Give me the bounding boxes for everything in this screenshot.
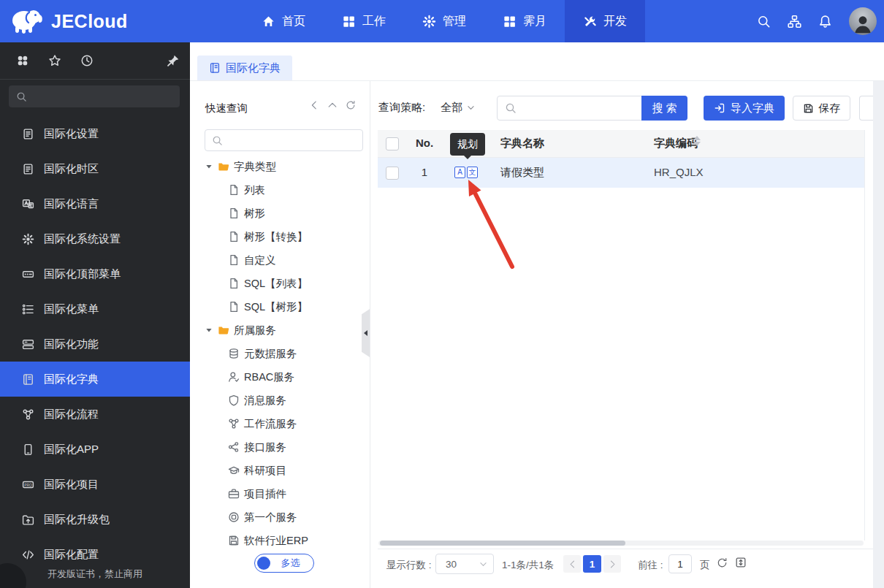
panel-divider bbox=[370, 80, 370, 588]
brand[interactable]: JECloud bbox=[9, 0, 128, 42]
sidebar-item[interactable]: 国际化升级包 bbox=[0, 502, 190, 537]
search-icon[interactable] bbox=[757, 15, 771, 28]
sidebar-search-input[interactable] bbox=[33, 91, 167, 103]
page-number-button[interactable]: 1 bbox=[583, 555, 601, 573]
tree-item[interactable]: SQL【树形】 bbox=[205, 295, 365, 318]
sidebar-item[interactable]: 国际化菜单 bbox=[0, 291, 190, 327]
sidebar-toolbar bbox=[0, 42, 190, 80]
nav-item[interactable]: 开发 bbox=[565, 0, 645, 42]
tab-strip: 国际化字典 bbox=[190, 42, 884, 81]
target-icon bbox=[228, 511, 240, 523]
tree-item[interactable]: 树形【转换】 bbox=[205, 225, 365, 248]
bell-icon[interactable] bbox=[818, 15, 832, 28]
refresh-icon[interactable] bbox=[346, 100, 356, 110]
sidebar-item[interactable]: 国际化APP bbox=[0, 432, 190, 467]
feature-cards-icon bbox=[22, 338, 34, 351]
sidebar-item[interactable]: 国际化配置 bbox=[0, 537, 190, 572]
sidebar-item-label: 国际化系统设置 bbox=[44, 232, 121, 246]
tree-item[interactable]: 消息服务 bbox=[205, 389, 365, 412]
dev-license-note: 开发版证书，禁止商用 bbox=[0, 568, 190, 581]
sidebar-item-label: 国际化字典 bbox=[44, 373, 99, 386]
sidebar-item[interactable]: 国际化字典 bbox=[0, 362, 190, 397]
sidebar-item[interactable]: 国际化时区 bbox=[0, 151, 190, 186]
tree-item[interactable]: 树形 bbox=[205, 202, 365, 225]
goto-page-input[interactable] bbox=[668, 554, 692, 573]
sidebar-item-label: 国际化设置 bbox=[44, 127, 99, 141]
tree-item[interactable]: SQL【列表】 bbox=[205, 272, 365, 295]
nav-item[interactable]: 首页 bbox=[243, 0, 324, 42]
tree-item[interactable]: 所属服务 bbox=[205, 318, 365, 342]
tree-item[interactable]: 科研项目 bbox=[205, 459, 365, 482]
folder-open-icon bbox=[218, 324, 229, 336]
tree-item[interactable]: 列表 bbox=[205, 178, 365, 202]
file-icon bbox=[228, 254, 240, 266]
tree-item[interactable]: 元数据服务 bbox=[205, 342, 365, 365]
tree-item[interactable]: 字典类型 bbox=[205, 155, 365, 178]
collapse-left-icon[interactable] bbox=[309, 100, 319, 110]
scrollbar-thumb[interactable] bbox=[380, 541, 625, 546]
table-row[interactable]: 1 A 文 请假类型 HR_QJLX bbox=[378, 158, 864, 188]
search-button[interactable]: 搜 索 bbox=[641, 96, 687, 121]
apps-grid-icon[interactable] bbox=[16, 54, 29, 67]
sidebar-item[interactable]: PRO 国际化项目 bbox=[0, 467, 190, 502]
sidebar-item[interactable]: 国际化系统设置 bbox=[0, 221, 190, 256]
tree-item[interactable]: 接口服务 bbox=[205, 435, 365, 459]
query-strategy-label: 查询策略: bbox=[378, 101, 425, 115]
quick-query-search[interactable] bbox=[205, 129, 363, 151]
tree-item-label: 接口服务 bbox=[244, 440, 286, 454]
clipped-button[interactable] bbox=[859, 96, 873, 121]
collapse-up-icon[interactable] bbox=[327, 100, 338, 110]
cell-dictionary-code: HR_QJLX bbox=[654, 166, 704, 178]
collapse-triangle-icon bbox=[364, 330, 367, 336]
sidebar-item-label: 国际化时区 bbox=[44, 162, 99, 176]
tree-item[interactable]: 项目插件 bbox=[205, 482, 365, 505]
tree-item[interactable]: 工作流服务 bbox=[205, 412, 365, 435]
tab-i18n-dictionary[interactable]: 国际化字典 bbox=[197, 56, 292, 80]
org-icon[interactable] bbox=[788, 15, 801, 28]
sidebar-item[interactable]: 国际化顶部菜单 bbox=[0, 256, 190, 291]
import-dictionary-button[interactable]: 导入字典 bbox=[704, 96, 785, 121]
tree-item-label: 自定义 bbox=[244, 253, 276, 267]
fit-height-icon[interactable] bbox=[735, 557, 747, 568]
gear-icon bbox=[22, 233, 34, 245]
prev-page-button[interactable] bbox=[563, 555, 581, 573]
sort-control[interactable] bbox=[693, 136, 701, 146]
svg-text:PRO: PRO bbox=[24, 483, 32, 486]
row-checkbox[interactable] bbox=[386, 167, 399, 180]
query-strategy-select[interactable]: 全部 bbox=[441, 101, 476, 115]
tree-item-label: 工作流服务 bbox=[244, 417, 297, 431]
chevron-right-icon bbox=[608, 560, 617, 569]
sidebar-item[interactable]: 国际化设置 bbox=[0, 116, 190, 151]
tree-caret-icon[interactable] bbox=[205, 162, 213, 171]
tree-item-label: 元数据服务 bbox=[244, 347, 297, 361]
refresh-icon[interactable] bbox=[717, 557, 728, 568]
workflow-icon bbox=[22, 408, 34, 421]
tree-item[interactable]: 软件行业ERP bbox=[205, 529, 365, 552]
pin-icon[interactable] bbox=[167, 54, 180, 67]
rows-per-page-select[interactable]: 30 bbox=[435, 554, 494, 574]
nav-item[interactable]: 工作 bbox=[324, 0, 404, 42]
star-icon[interactable] bbox=[48, 54, 61, 67]
translate-badge-icon[interactable]: A 文 bbox=[454, 167, 478, 178]
user-avatar[interactable] bbox=[849, 7, 877, 35]
sidebar-search[interactable] bbox=[9, 85, 180, 107]
clock-icon[interactable] bbox=[80, 54, 94, 67]
sidebar-item[interactable]: 国际化功能 bbox=[0, 327, 190, 362]
toggle-knob bbox=[257, 557, 270, 570]
panel-collapse-handle[interactable] bbox=[362, 309, 370, 357]
tree-caret-icon[interactable] bbox=[205, 326, 213, 335]
sidebar-item[interactable]: 国际化流程 bbox=[0, 397, 190, 432]
tree-item[interactable]: 自定义 bbox=[205, 248, 365, 272]
next-page-button[interactable] bbox=[603, 555, 621, 573]
quick-query-search-input[interactable] bbox=[228, 134, 348, 147]
main-search-input[interactable] bbox=[521, 99, 641, 119]
tree-item[interactable]: RBAC服务 bbox=[205, 365, 365, 389]
nav-item[interactable]: 管理 bbox=[404, 0, 484, 42]
file-icon bbox=[228, 184, 240, 196]
sidebar-item[interactable]: 国际化语言 bbox=[0, 186, 190, 221]
tree-item[interactable]: 第一个服务 bbox=[205, 505, 365, 529]
multi-select-toggle[interactable]: 多选 bbox=[254, 554, 314, 573]
select-all-checkbox[interactable] bbox=[386, 137, 399, 150]
save-button[interactable]: 保存 bbox=[793, 96, 850, 121]
nav-item[interactable]: 霁月 bbox=[484, 0, 565, 42]
